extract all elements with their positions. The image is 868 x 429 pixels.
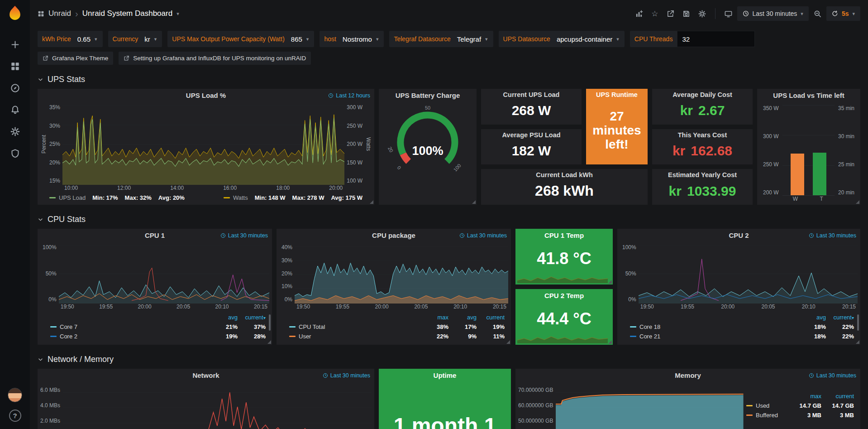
variable-label: Telegraf Datasource [389,35,455,43]
variable-dropdown[interactable]: 865▾ [289,31,315,47]
panel-resize-handle[interactable] [267,340,271,344]
variable-label: kWh Price [38,35,76,43]
sort-caret-icon: ▾ [263,315,266,320]
link-ups-monitoring-guide[interactable]: Setting up Grafana and InfluxDB for UPS … [119,52,311,65]
save-icon[interactable] [679,7,693,21]
explore-compass-icon[interactable] [5,78,25,97]
add-panel-icon[interactable] [632,7,646,21]
legend-series-watts[interactable]: Watts Min: 148 W Max: 278 W Avg: 175 W [224,194,362,201]
tick: 16:00 [223,185,237,193]
tick: 20:10 [215,304,229,312]
section-header-ups-stats[interactable]: UPS Stats [38,75,860,84]
legend-header-current[interactable]: current▾ [826,314,854,321]
breadcrumb-folder[interactable]: Unraid [48,9,71,18]
legend-header-current[interactable]: current [477,314,505,321]
legend-series[interactable]: Core 21 [630,333,798,340]
panel-time-override: Last 12 hours [328,92,370,99]
link-grafana-plex-theme[interactable]: Grafana Plex Theme [38,52,113,65]
share-icon[interactable] [663,7,677,21]
legend-series[interactable]: Core 18 [630,323,798,330]
panel-title[interactable]: CPU 2 Temp [515,289,613,303]
star-icon[interactable]: ☆ [648,7,661,21]
variable-dropdown[interactable]: Telegraf▾ [455,31,493,47]
tick: 25% [49,141,60,147]
legend-header-current[interactable]: current [821,393,854,400]
cpu-threads-input[interactable] [677,31,755,47]
grafana-logo-icon[interactable] [6,5,24,22]
panel-title[interactable]: UPS Load % [38,89,374,102]
cpu-package-chart[interactable] [295,244,508,304]
refresh-picker[interactable]: 5s ▾ [826,6,860,21]
cpu1-chart[interactable] [59,244,269,304]
panel-title[interactable]: UPS Battery Charge [379,89,477,102]
caret-down-icon[interactable]: ▾ [176,11,179,16]
zoom-out-icon[interactable] [811,7,825,21]
bar-time[interactable] [813,153,826,195]
variable-dropdown[interactable]: kr▾ [143,31,162,47]
cpu2-chart[interactable] [639,244,858,304]
section-header-cpu-stats[interactable]: CPU Stats [38,215,860,224]
panel-resize-handle[interactable] [370,200,373,204]
tv-cycle-icon[interactable] [721,7,735,21]
panel-resize-handle[interactable] [856,200,859,204]
legend-header-max[interactable]: max [420,314,448,321]
panel-title[interactable]: This Years Cost [652,129,753,140]
create-plus-icon[interactable] [5,35,25,54]
tick: 20:15 [493,304,506,312]
variable-dropdown[interactable]: apcupsd-container▾ [555,31,625,47]
section-header-network-memory[interactable]: Network / Memory [38,355,860,364]
panel-title[interactable]: Estimated Yearly Cost [652,169,753,180]
legend-header-max[interactable]: max [789,393,821,400]
dashboard-title[interactable]: Unraid System Dashboard [82,9,172,18]
ups-load-chart[interactable] [62,104,344,185]
legend-series[interactable]: CPU Total [289,323,420,330]
legend-series[interactable]: Core 2 [50,333,210,340]
configuration-gear-icon[interactable] [5,122,25,141]
panel-title[interactable]: Current Load kWh [481,169,648,180]
panel-resize-handle[interactable] [506,340,510,344]
panel-resize-handle[interactable] [472,200,476,204]
caret-down-icon: ▾ [376,37,379,42]
variable-dropdown[interactable]: Nostromo▾ [341,31,384,47]
network-chart[interactable] [63,386,372,429]
admin-shield-icon[interactable] [5,144,25,163]
panel-resize-handle[interactable] [608,340,612,344]
legend-scrollbar[interactable] [857,314,859,331]
panel-title[interactable]: CPU 1 Temp [515,229,613,242]
panel-resize-handle[interactable] [608,280,612,284]
tick: 0% [281,296,292,303]
alerting-bell-icon[interactable] [5,100,25,119]
panel-title[interactable]: Current UPS Load [481,89,582,100]
memory-chart[interactable] [556,386,744,429]
panel-title[interactable]: Average PSU Load [481,129,582,140]
caret-down-icon: ▾ [801,11,803,16]
variable-dropdown[interactable]: 0.65▾ [76,31,103,47]
panel-title[interactable]: UPS Runtime [586,89,648,100]
legend-header-avg[interactable]: avg [210,314,238,321]
legend-header-avg[interactable]: avg [798,314,826,321]
sparkline [517,271,608,283]
bars-plot[interactable] [782,105,835,196]
graph-area: 6.0 MBs 4.0 MBs 2.0 MBs [38,382,374,429]
panel-resize-handle[interactable] [856,340,859,344]
panel-title[interactable]: UPS Load vs Time left [757,89,860,102]
time-range-picker[interactable]: Last 30 minutes ▾ [737,6,809,21]
legend-row: Used 14.7 GB 14.7 GB [746,401,854,410]
panel-title[interactable]: Uptime [379,369,511,382]
user-avatar[interactable] [8,388,22,402]
dashboards-icon[interactable] [5,57,25,76]
legend-header-current[interactable]: current▾ [238,314,266,321]
legend-series-ups-load[interactable]: UPS Load Min: 17% Max: 32% Avg: 20% [49,194,185,201]
refresh-icon[interactable] [832,10,838,17]
legend-header-avg[interactable]: avg [448,314,477,321]
help-icon[interactable]: ? [9,410,21,422]
legend-series[interactable]: User [289,333,420,340]
legend-series[interactable]: Core 7 [50,323,210,330]
bar-watts[interactable] [791,154,804,195]
panel-ups-battery-charge: UPS Battery Charge 0 20 50 100 100% [379,89,477,205]
legend-scrollbar[interactable] [269,314,271,331]
settings-gear-icon[interactable] [695,7,709,21]
legend-series[interactable]: Buffered [746,412,789,419]
legend-series[interactable]: Used [746,402,789,409]
panel-title[interactable]: Average Daily Cost [652,89,753,100]
